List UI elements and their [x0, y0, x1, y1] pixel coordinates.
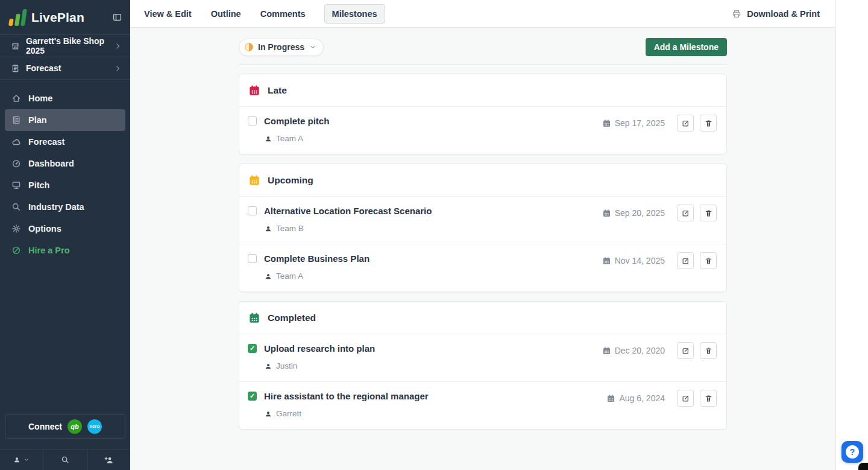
app-root: LivePlan Garrett's Bike Shop 2025 Foreca… — [0, 0, 868, 470]
edit-icon — [682, 119, 690, 127]
sidebar-item-hire-a-pro[interactable]: Hire a Pro — [5, 240, 125, 261]
sidebar-bottom-bar — [0, 449, 130, 470]
forecast-switcher[interactable]: Forecast — [0, 57, 130, 80]
section-title: Upcoming — [268, 175, 313, 186]
trash-icon — [705, 347, 712, 355]
date-calendar-icon — [603, 257, 611, 265]
milestone-row: Alternative Location Forecast Scenario T… — [239, 196, 726, 244]
section-header: Late — [239, 74, 726, 106]
assignee-icon — [265, 410, 272, 418]
account-menu-button[interactable] — [0, 449, 43, 470]
milestone-title: Complete Business Plan — [264, 253, 370, 264]
edit-milestone-button[interactable] — [677, 342, 694, 359]
milestone-title: Alternative Location Forecast Scenario — [264, 205, 432, 217]
monitor-icon — [11, 180, 21, 190]
date-calendar-icon — [607, 395, 615, 402]
gear-icon — [11, 224, 21, 233]
download-print-button[interactable]: Download & Print — [732, 9, 820, 19]
document-icon — [11, 64, 20, 73]
milestones-content: In Progress Add a Milestone Late Complet… — [130, 28, 835, 470]
delete-milestone-button[interactable] — [700, 252, 717, 269]
milestone-date: Nov 14, 2025 — [615, 256, 665, 265]
edit-milestone-button[interactable] — [677, 252, 694, 269]
milestone-section-card: Completed Upload research into plan Just… — [239, 301, 727, 430]
edit-icon — [682, 257, 690, 265]
delete-milestone-button[interactable] — [700, 205, 717, 221]
tab-outline[interactable]: Outline — [210, 4, 242, 24]
edit-milestone-button[interactable] — [677, 205, 694, 221]
milestone-checkbox[interactable] — [248, 344, 257, 353]
download-print-label: Download & Print — [747, 9, 820, 19]
xero-icon[interactable]: xero — [87, 419, 102, 434]
connect-accounting-button[interactable]: Connect qb xero — [5, 414, 125, 439]
milestone-checkbox[interactable] — [248, 254, 257, 263]
milestone-section-card: Late Complete pitch Team A Sep 17, 2025 — [239, 74, 727, 154]
status-filter-dropdown[interactable]: In Progress — [239, 39, 324, 56]
sidebar-item-forecast[interactable]: Forecast — [5, 131, 125, 153]
date-calendar-icon — [603, 209, 611, 217]
delete-milestone-button[interactable] — [700, 390, 717, 407]
status-filter-label: In Progress — [258, 42, 304, 52]
milestone-row: Upload research into plan Justin Dec 20,… — [239, 334, 726, 381]
milestone-assignee: Justin — [276, 361, 297, 370]
user-icon — [13, 456, 20, 463]
section-title: Late — [268, 85, 287, 96]
section-header: Upcoming — [239, 164, 726, 196]
forecast-switcher-label: Forecast — [26, 63, 108, 73]
company-switcher[interactable]: Garrett's Bike Shop 2025 — [0, 35, 130, 57]
tab-milestones[interactable]: Milestones — [324, 4, 385, 24]
trash-icon — [705, 395, 712, 402]
storefront-icon — [11, 42, 20, 51]
sidebar-item-dashboard[interactable]: Dashboard — [5, 153, 125, 174]
chat-widget-corner — [858, 463, 868, 470]
sidebar-item-pitch[interactable]: Pitch — [5, 174, 125, 196]
milestone-assignee: Team A — [276, 134, 303, 143]
trash-icon — [705, 119, 712, 127]
milestone-title: Upload research into plan — [264, 343, 375, 354]
search-icon — [61, 456, 69, 464]
calendar-icon — [249, 313, 260, 323]
quickbooks-icon[interactable]: qb — [68, 419, 82, 434]
liveplan-logo-bars-icon — [8, 9, 27, 26]
milestone-checkbox[interactable] — [248, 206, 257, 215]
milestone-title: Hire assistant to the regional manager — [264, 390, 429, 402]
milestone-date: Aug 6, 2024 — [619, 393, 665, 403]
sidebar-header: LivePlan — [0, 0, 130, 35]
calendar-icon — [249, 85, 260, 96]
main-area: View & Edit Outline Comments Milestones … — [130, 0, 835, 470]
assignee-icon — [265, 273, 272, 280]
date-calendar-icon — [603, 119, 611, 127]
sidebar-item-home[interactable]: Home — [5, 87, 125, 109]
milestone-row: Complete Business Plan Team A Nov 14, 20… — [239, 244, 726, 291]
calendar-icon — [249, 175, 260, 186]
sidebar-item-industry-data[interactable]: Industry Data — [5, 196, 125, 218]
tab-comments[interactable]: Comments — [260, 4, 306, 24]
milestone-date: Dec 20, 2020 — [615, 346, 665, 355]
collapse-sidebar-icon[interactable] — [113, 13, 122, 22]
delete-milestone-button[interactable] — [700, 342, 717, 359]
compass-icon — [11, 246, 21, 255]
search-button[interactable] — [43, 449, 86, 470]
delete-milestone-button[interactable] — [700, 115, 717, 132]
milestone-checkbox[interactable] — [248, 392, 257, 401]
section-title: Completed — [268, 313, 316, 323]
milestone-title: Complete pitch — [264, 115, 329, 127]
sidebar-item-plan[interactable]: Plan — [5, 109, 125, 131]
sidebar: LivePlan Garrett's Bike Shop 2025 Foreca… — [0, 0, 130, 470]
toolbar-divider — [239, 64, 727, 65]
invite-user-button[interactable] — [87, 449, 130, 470]
chevron-down-icon — [24, 457, 30, 463]
tab-view-edit[interactable]: View & Edit — [143, 4, 192, 24]
plan-icon — [11, 115, 21, 125]
help-button[interactable]: ? — [841, 441, 863, 463]
milestone-section-card: Upcoming Alternative Location Forecast S… — [239, 164, 727, 292]
liveplan-logo[interactable]: LivePlan — [10, 9, 84, 26]
edit-milestone-button[interactable] — [677, 115, 694, 132]
milestone-checkbox[interactable] — [248, 116, 257, 125]
add-milestone-button[interactable]: Add a Milestone — [646, 38, 727, 56]
edit-milestone-button[interactable] — [677, 390, 694, 407]
milestone-row: Complete pitch Team A Sep 17, 2025 — [239, 106, 726, 154]
sidebar-item-options[interactable]: Options — [5, 218, 125, 240]
milestone-row: Hire assistant to the regional manager G… — [239, 381, 726, 429]
chevron-right-icon — [114, 65, 122, 72]
